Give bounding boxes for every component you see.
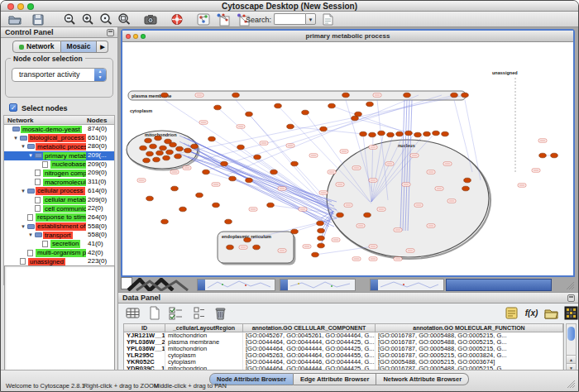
tree-expander-icon[interactable]: ▼ — [21, 222, 26, 232]
scroll-up-icon[interactable]: ▲ — [567, 355, 576, 363]
network-canvas[interactable]: plasma membrane cytoplasm mitochondrion … — [122, 42, 573, 275]
tree-label[interactable]: multi-organism pro — [36, 249, 86, 257]
scrollbar-thumb[interactable] — [567, 327, 575, 341]
network-node[interactable] — [237, 145, 245, 150]
tree-expander-icon[interactable]: ▼ — [21, 142, 26, 151]
tree-row-11[interactable]: ▼establishment of lo558(0) — [4, 222, 114, 232]
network-node[interactable] — [337, 213, 344, 218]
network-node[interactable] — [229, 176, 237, 181]
network-node[interactable] — [291, 161, 299, 166]
network-node[interactable] — [270, 170, 278, 174]
network-node[interactable] — [179, 207, 187, 212]
tree-row-0[interactable]: mosaic-demo-yeast874(0) — [4, 125, 114, 134]
network-node[interactable] — [155, 136, 162, 141]
tree-row-2[interactable]: ▼metabolic process280(0) — [4, 142, 114, 151]
tree-label[interactable]: establishment of lo — [36, 222, 86, 231]
network-node[interactable] — [246, 112, 253, 117]
table-scrollbar[interactable]: ▲ ▼ — [566, 323, 577, 372]
network-node[interactable] — [364, 213, 371, 218]
network-node[interactable] — [462, 93, 469, 98]
network-node[interactable] — [396, 131, 404, 136]
network-node[interactable] — [318, 228, 325, 233]
tree-label[interactable]: macromolecule — [43, 179, 86, 187]
zoom-in-icon[interactable] — [80, 12, 95, 26]
network-node[interactable] — [145, 138, 152, 143]
tree-row-3[interactable]: ▼primary metabo209(... — [4, 151, 114, 160]
network-node[interactable] — [404, 93, 411, 98]
table-cell[interactable]: mitochondrion — [165, 332, 243, 339]
network-node[interactable] — [387, 132, 395, 137]
select-nodes-checkbox[interactable]: ✓ — [9, 103, 17, 112]
table-cell[interactable]: mitochondrion — [165, 346, 243, 352]
annotations-icon[interactable] — [320, 12, 335, 26]
network-node[interactable] — [161, 219, 169, 224]
tree-label[interactable]: transport — [43, 232, 73, 240]
tree-label[interactable]: primary metabo — [43, 152, 86, 160]
tree-label[interactable]: nitrogen compo — [43, 170, 86, 178]
tree-row-5[interactable]: nitrogen compo209(0) — [4, 169, 114, 178]
table-cell[interactable]: cytoplasm — [165, 359, 243, 366]
frame-zoom-button[interactable] — [141, 34, 146, 39]
table-cell[interactable]: [GO:0016787, GO:0005215, GO:0003824, G..… — [376, 352, 563, 359]
network-node[interactable] — [328, 103, 336, 108]
network-overlay-2-icon[interactable] — [216, 12, 231, 26]
table-cell[interactable]: [GO:0045263, GO:0044464, GO:0044455, G..… — [243, 352, 376, 359]
delete-attribute-icon[interactable] — [213, 305, 228, 321]
tree-expander-icon[interactable]: ▼ — [28, 151, 33, 160]
network-node[interactable] — [196, 193, 203, 198]
table-cell[interactable]: [GO:0044464, GO:0044446, GO:0044444, G..… — [243, 359, 376, 366]
tab-mosaic[interactable]: Mosaic — [61, 41, 98, 53]
tree-label[interactable]: mosaic-demo-yeast — [21, 126, 82, 134]
attribute-table-icon[interactable] — [125, 305, 141, 321]
resize-grip-icon[interactable] — [565, 280, 575, 290]
network-node[interactable] — [302, 110, 309, 115]
network-node[interactable] — [462, 186, 470, 191]
zoom-fit-icon[interactable] — [117, 12, 132, 26]
network-node[interactable] — [225, 219, 232, 224]
table-row-1[interactable]: YPL036W__2plasma membrane[GO:0044464, GO… — [124, 339, 563, 346]
tree-label[interactable]: unassigned — [28, 258, 65, 266]
tab-edge-attribute-browser[interactable]: Edge Attribute Browser — [294, 373, 376, 385]
network-node[interactable] — [161, 93, 169, 98]
import-attributes-icon[interactable] — [543, 305, 559, 321]
zoom-selected-icon[interactable] — [98, 12, 113, 26]
network-node[interactable] — [312, 252, 319, 257]
network-node[interactable] — [170, 142, 177, 147]
tab-overflow-arrow-icon[interactable]: ▶ — [97, 41, 108, 53]
tree-label[interactable]: secretion — [50, 240, 80, 248]
frame-minimize-button[interactable] — [133, 34, 138, 39]
tree-col-network[interactable]: Network — [7, 117, 34, 124]
table-cell[interactable]: [GO:0045267, GO:0045261, GO:0044464, G..… — [243, 332, 376, 339]
table-cell[interactable]: [GO:0016787, GO:0005488, GO:0005215, G..… — [376, 339, 563, 346]
table-cell[interactable]: [GO:0005488, GO:0005215, GO:0003674] — [376, 359, 563, 366]
network-node[interactable] — [378, 131, 385, 136]
tree-row-9[interactable]: cell communicat22(0) — [4, 204, 114, 213]
network-node[interactable] — [414, 132, 422, 137]
network-node[interactable] — [166, 150, 174, 155]
network-node[interactable] — [214, 105, 222, 110]
network-node[interactable] — [317, 221, 324, 226]
network-node[interactable] — [539, 153, 547, 158]
minimized-window-3[interactable] — [370, 279, 444, 291]
network-node[interactable] — [203, 170, 210, 174]
network-node[interactable] — [175, 154, 182, 159]
table-cell[interactable]: YPL036W__1 — [124, 346, 165, 352]
attribute-table[interactable]: ID_cellularLayoutRegionannotation.GO CEL… — [123, 323, 564, 372]
snapshot-icon[interactable] — [143, 12, 158, 26]
background-network-art[interactable] — [127, 278, 196, 291]
network-node[interactable] — [254, 155, 261, 160]
tree-row-6[interactable]: macromolecule311(0) — [4, 178, 114, 187]
table-cell[interactable]: [GO:0016787, GO:0005488, GO:0005215, G..… — [376, 332, 563, 339]
table-cell[interactable]: YJR121W__1 — [124, 332, 165, 339]
tree-expander-icon[interactable]: ▼ — [21, 187, 26, 196]
network-node[interactable] — [232, 93, 240, 98]
table-cell[interactable]: [GO:0044464, GO:0044444, GO:0044425, G..… — [243, 339, 376, 346]
network-node[interactable] — [405, 131, 413, 136]
network-node[interactable] — [244, 237, 251, 242]
tree-col-nodes[interactable]: Nodes — [87, 117, 107, 124]
table-row-2[interactable]: YPL036W__1mitochondrion[GO:0044464, GO:0… — [124, 346, 563, 352]
network-node[interactable] — [156, 151, 164, 155]
frame-close-button[interactable] — [126, 34, 131, 39]
network-node[interactable] — [320, 127, 328, 131]
table-row-4[interactable]: YKR052Ccytoplasm[GO:0044464, GO:0044446,… — [124, 359, 563, 366]
